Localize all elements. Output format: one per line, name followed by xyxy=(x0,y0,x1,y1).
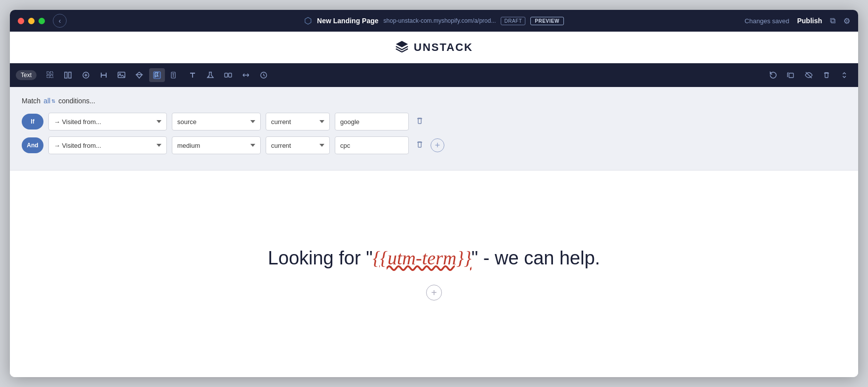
preview-badge[interactable]: PREVIEW xyxy=(530,17,564,25)
titlebar-center: ⬡ New Landing Page shop-unstack-com.mysh… xyxy=(304,15,564,26)
svg-rect-2 xyxy=(47,75,49,78)
and-label: And xyxy=(27,142,38,149)
all-label: all xyxy=(43,97,50,105)
timeframe-select-1[interactable]: current previous any xyxy=(266,113,330,130)
draft-badge: DRAFT xyxy=(501,17,525,25)
timer-icon[interactable] xyxy=(256,68,272,82)
delete-condition-1-button[interactable] xyxy=(414,114,426,129)
paint-icon[interactable] xyxy=(131,68,147,82)
logo-container: UNSTACK xyxy=(395,41,473,54)
add-condition-button[interactable]: + xyxy=(431,138,444,152)
titlebar-right: Changes saved Publish ⧉ ⚙ xyxy=(745,16,850,26)
logo-text: UNSTACK xyxy=(414,41,473,54)
page-content-area: Looking for "{{utm-term}}" - we can help… xyxy=(10,171,858,377)
heading-after: " - we can help. xyxy=(472,248,600,268)
back-button[interactable]: ‹ xyxy=(53,14,67,28)
value-input-2[interactable]: cpc xyxy=(335,136,409,154)
titlebar: ‹ ⬡ New Landing Page shop-unstack-com.my… xyxy=(10,10,858,32)
value-input-1[interactable]: google xyxy=(335,113,409,130)
flag-icon[interactable] xyxy=(149,68,165,82)
page-url: shop-unstack-com.myshopify.com/a/prod... xyxy=(384,17,496,24)
svg-rect-13 xyxy=(229,73,232,77)
utm-variable: {{utm-term}} xyxy=(373,248,472,268)
stack-logo-icon xyxy=(395,41,409,54)
svg-rect-15 xyxy=(789,73,793,78)
conditions-header: Match all ⇅ conditions... xyxy=(22,97,846,105)
refresh-icon[interactable] xyxy=(765,68,781,82)
publish-button[interactable]: Publish xyxy=(797,17,822,25)
svg-rect-3 xyxy=(50,75,53,78)
param-select-1[interactable]: source medium campaign term xyxy=(172,113,261,130)
heading-icon[interactable] xyxy=(96,68,112,82)
settings-icon[interactable]: ⚙ xyxy=(843,16,850,26)
add-section-button[interactable]: + xyxy=(426,285,442,301)
all-conditions-toggle[interactable]: all ⇅ xyxy=(43,97,55,105)
and-badge: And xyxy=(22,137,43,153)
conditions-panel: Match all ⇅ conditions... If → Visited f… xyxy=(10,87,858,171)
param-select-2[interactable]: medium source campaign term xyxy=(172,136,261,154)
logo-bar: UNSTACK xyxy=(10,32,858,63)
close-button[interactable] xyxy=(18,18,24,24)
svg-rect-12 xyxy=(225,73,228,77)
text-T2-icon[interactable] xyxy=(185,68,200,82)
svg-rect-0 xyxy=(47,72,49,74)
page-title: New Landing Page xyxy=(317,17,378,25)
text-T1-icon[interactable] xyxy=(167,68,183,82)
condition-row-1: If → Visited from... source medium campa… xyxy=(22,113,846,130)
condition-row-2: And → Visited from... medium source camp… xyxy=(22,136,846,154)
toolbar-text-badge: Text xyxy=(16,70,37,80)
if-label: If xyxy=(31,118,34,125)
delete-icon[interactable] xyxy=(819,68,834,82)
visited-from-select-2[interactable]: → Visited from... xyxy=(48,136,167,154)
changes-saved-label: Changes saved xyxy=(745,17,789,25)
svg-point-11 xyxy=(208,76,209,77)
svg-rect-4 xyxy=(65,72,67,78)
toolbar-right xyxy=(765,68,852,82)
grid-icon[interactable] xyxy=(42,68,58,82)
minimize-button[interactable] xyxy=(28,18,35,24)
conditions-label: conditions... xyxy=(58,97,95,105)
expand-icon[interactable] xyxy=(238,68,254,82)
if-badge: If xyxy=(22,114,43,129)
svg-rect-5 xyxy=(69,72,71,78)
all-chevron-icon: ⇅ xyxy=(51,98,55,104)
traffic-lights xyxy=(18,18,45,24)
columns-icon[interactable] xyxy=(60,68,76,82)
toolbar: Text xyxy=(10,63,858,87)
app-window: ‹ ⬡ New Landing Page shop-unstack-com.my… xyxy=(10,10,858,377)
delete-condition-2-button[interactable] xyxy=(414,138,426,153)
page-icon: ⬡ xyxy=(304,15,312,26)
visited-from-select-1[interactable]: → Visited from... xyxy=(48,113,167,130)
svg-rect-1 xyxy=(50,72,53,74)
image-icon[interactable] xyxy=(114,68,129,82)
layout-icon[interactable] xyxy=(220,68,236,82)
chevron-updown-icon[interactable] xyxy=(836,68,852,82)
hide-icon[interactable] xyxy=(801,68,817,82)
page-heading: Looking for "{{utm-term}}" - we can help… xyxy=(268,247,600,269)
duplicate-icon[interactable] xyxy=(783,68,799,82)
heading-before: Looking for " xyxy=(268,248,373,268)
add-element-icon[interactable] xyxy=(78,68,94,82)
copy-icon[interactable]: ⧉ xyxy=(830,16,835,25)
fullscreen-button[interactable] xyxy=(39,18,45,24)
timeframe-select-2[interactable]: current previous any xyxy=(266,136,330,154)
match-label: Match xyxy=(22,97,40,105)
flask-icon[interactable] xyxy=(202,68,218,82)
main-content: Match all ⇅ conditions... If → Visited f… xyxy=(10,87,858,377)
